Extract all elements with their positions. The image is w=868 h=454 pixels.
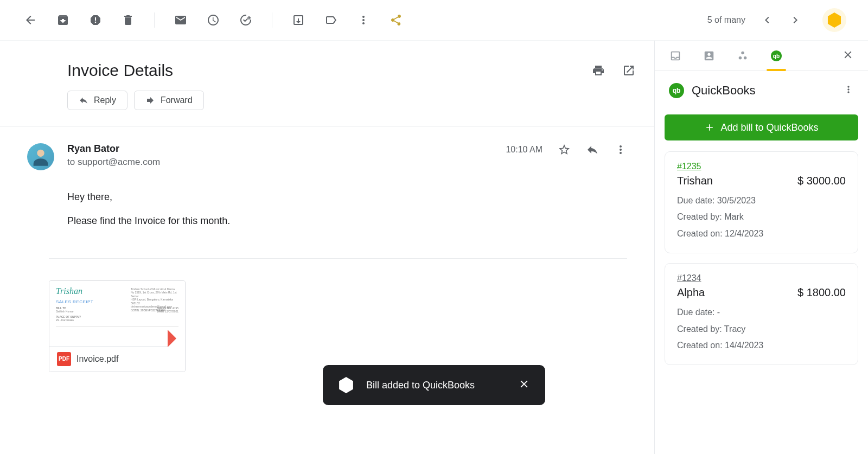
reply-label: Reply (94, 95, 116, 105)
message-more-icon[interactable] (614, 143, 627, 156)
message-text: Hey there, Please find the Invoice for t… (67, 188, 627, 230)
quickbooks-logo-icon: qb (669, 83, 684, 98)
reply-icon[interactable] (586, 143, 599, 156)
tab-people-icon[interactable] (736, 49, 749, 62)
bill-name: Trishan (677, 175, 713, 187)
bill-name: Alpha (677, 286, 705, 299)
sidepanel-tabs: qb (655, 41, 868, 71)
delete-icon[interactable] (122, 14, 135, 27)
bill-id-link[interactable]: #1234 (677, 273, 701, 283)
tab-quickbooks-icon[interactable]: qb (770, 49, 783, 62)
recipient: to support@acme.com (67, 157, 160, 168)
email-subject: Invoice Details (67, 61, 633, 80)
pagination-counter: 5 of many (707, 15, 745, 25)
separator (272, 12, 272, 28)
svg-text:qb: qb (773, 53, 780, 59)
sidepanel-close-icon[interactable] (842, 49, 854, 63)
toolbar-left (24, 12, 403, 28)
add-bill-label: Add bill to QuickBooks (720, 122, 818, 133)
move-to-icon[interactable] (292, 14, 305, 27)
bill-meta: Due date: 30/5/2023 Created by: Mark Cre… (677, 193, 846, 242)
print-icon[interactable] (591, 63, 605, 78)
svg-point-2 (739, 56, 742, 59)
share-icon[interactable] (390, 14, 403, 27)
back-icon[interactable] (24, 14, 37, 27)
toast-message: Bill added to QuickBooks (366, 380, 506, 391)
sidepanel-header: qb QuickBooks (655, 71, 868, 110)
attachment-preview: Trishan Trishan School of Music Art & Da… (49, 281, 185, 346)
bill-amount: $ 3000.00 (797, 175, 846, 187)
account-avatar[interactable] (822, 8, 846, 32)
svg-point-1 (741, 51, 744, 54)
forward-label: Forward (161, 95, 193, 105)
divider (49, 258, 627, 259)
svg-point-3 (744, 56, 747, 59)
bill-meta: Due date: - Created by: Tracy Created on… (677, 304, 846, 354)
attachment-filename: Invoice.pdf (76, 354, 118, 364)
open-new-icon[interactable] (622, 63, 636, 78)
toast-notification: Bill added to QuickBooks (323, 365, 545, 405)
pdf-badge-icon: PDF (57, 352, 71, 366)
star-icon[interactable] (558, 143, 571, 156)
forward-button[interactable]: Forward (134, 91, 204, 110)
attachment-footer: PDF Invoice.pdf (49, 346, 185, 372)
toolbar: 5 of many (0, 0, 868, 41)
bill-id-link[interactable]: #1235 (677, 162, 701, 171)
mark-unread-icon[interactable] (174, 14, 187, 27)
reply-button[interactable]: Reply (67, 91, 127, 110)
archive-icon[interactable] (56, 14, 69, 27)
more-icon[interactable] (357, 14, 370, 27)
sidepanel: qb qb QuickBooks Add bill to QuickBooks … (654, 41, 868, 454)
bill-amount: $ 1800.00 (797, 286, 846, 299)
email-header: Invoice Details Reply Forward (0, 41, 654, 127)
preview-brand: Trishan (56, 286, 82, 296)
spam-icon[interactable] (89, 14, 102, 27)
tab-inbox-icon[interactable] (669, 49, 682, 62)
add-task-icon[interactable] (239, 14, 252, 27)
next-icon[interactable] (789, 14, 802, 27)
prev-icon[interactable] (761, 14, 774, 27)
sender-avatar (27, 143, 54, 170)
attachment-card[interactable]: Trishan Trishan School of Music Art & Da… (49, 280, 186, 372)
folded-corner-icon (168, 330, 185, 347)
tab-contacts-icon[interactable] (703, 49, 716, 62)
sidepanel-title: QuickBooks (692, 84, 755, 98)
sender-name: Ryan Bator (67, 143, 160, 155)
label-icon[interactable] (324, 14, 337, 27)
add-bill-button[interactable]: Add bill to QuickBooks (665, 114, 858, 140)
toast-hex-icon (338, 377, 354, 393)
toast-close-icon[interactable] (518, 378, 530, 392)
email-body: Ryan Bator to support@acme.com 10:10 AM … (0, 127, 654, 388)
toolbar-right: 5 of many (707, 8, 846, 32)
svg-point-0 (37, 150, 44, 157)
bill-card[interactable]: #1235 Trishan $ 3000.00 Due date: 30/5/2… (665, 151, 858, 253)
snooze-icon[interactable] (207, 14, 220, 27)
timestamp: 10:10 AM (506, 145, 542, 155)
separator (154, 12, 155, 28)
sidepanel-more-icon[interactable] (843, 84, 854, 97)
bill-card[interactable]: #1234 Alpha $ 1800.00 Due date: - Create… (665, 263, 858, 365)
